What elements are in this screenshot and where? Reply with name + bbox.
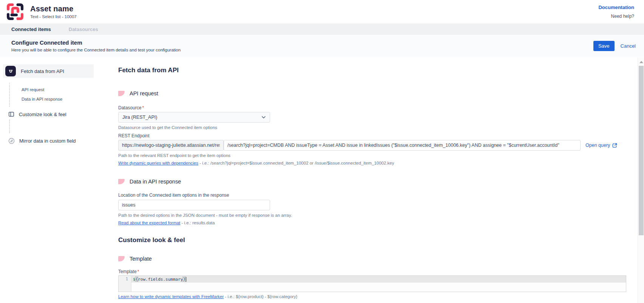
dynamic-queries-example: - i.e.: /search?jql=project=$issue.conne… bbox=[198, 161, 394, 165]
need-help-link[interactable]: Need help? bbox=[598, 14, 634, 19]
layout-icon bbox=[8, 111, 14, 117]
sidebar-item-label: Mirror data in custom field bbox=[19, 138, 76, 144]
app-header: Asset name Text - Select list - 10007 Do… bbox=[0, 0, 644, 23]
datasource-select[interactable]: Jira (REST_API) bbox=[118, 112, 270, 123]
editor-gutter: 1 bbox=[119, 276, 131, 292]
configure-title: Configure Connected item bbox=[11, 39, 181, 46]
scroll-up-arrow-icon[interactable] bbox=[639, 61, 643, 63]
endpoint-help-text: Path to the relevant REST endpoint to ge… bbox=[118, 153, 644, 158]
external-link-icon bbox=[612, 143, 617, 148]
scrollbar-thumb[interactable] bbox=[639, 66, 644, 235]
dynamic-queries-line: Write dynamic queries with dependencies … bbox=[118, 161, 644, 166]
section-title-text: Template bbox=[130, 256, 152, 262]
format-line: Read about the expected format - i.e.: r… bbox=[118, 221, 644, 226]
dynamic-queries-link[interactable]: Write dynamic queries with dependencies bbox=[118, 161, 198, 165]
section-wedge-icon bbox=[118, 91, 125, 96]
freemarker-line: Learn how to write dynamic templates wit… bbox=[118, 294, 644, 300]
endpoint-row: Open query bbox=[118, 140, 644, 151]
rest-endpoint-label: REST Endpoint bbox=[118, 133, 644, 139]
tab-datasources[interactable]: Datasources bbox=[69, 26, 98, 32]
editor-active-line: ${row.fields.summary} bbox=[131, 276, 626, 283]
title-block: Asset name Text - Select list - 10007 bbox=[30, 5, 77, 19]
app-window: Asset name Text - Select list - 10007 Do… bbox=[0, 0, 644, 303]
open-query-link[interactable]: Open query bbox=[585, 143, 617, 148]
code-token-dollar: $ bbox=[133, 277, 136, 282]
sidebar-item-data-in-api-response[interactable]: Data in API response bbox=[10, 97, 102, 101]
section-title-text: API request bbox=[130, 90, 158, 96]
documentation-link[interactable]: Documentation bbox=[598, 5, 634, 10]
endpoint-base-input[interactable] bbox=[118, 140, 224, 151]
location-help-text: Path to the desired options in the JSON … bbox=[118, 213, 644, 218]
label-text: Template bbox=[118, 269, 137, 274]
text-cursor bbox=[186, 277, 186, 282]
editor-code-area[interactable]: ${row.fields.summary} bbox=[131, 276, 626, 292]
section-wedge-icon bbox=[118, 179, 125, 184]
api-request-section-title: API request bbox=[118, 90, 644, 97]
fetch-data-heading: Fetch data from API bbox=[118, 67, 644, 75]
expected-format-link[interactable]: Read about the expected format bbox=[118, 221, 180, 225]
template-section-title: Template bbox=[118, 255, 644, 262]
configure-header: Configure Connected item Here you will b… bbox=[0, 35, 644, 57]
step-sidebar: Fetch data from API API request Data in … bbox=[0, 57, 102, 303]
tab-bar: Connected items Datasources bbox=[0, 23, 644, 35]
magnet-icon bbox=[5, 66, 16, 76]
datasource-label: Datasource* bbox=[118, 105, 644, 111]
elements-connect-logo-icon bbox=[6, 3, 24, 20]
sidebar-item-api-request[interactable]: API request bbox=[10, 87, 102, 92]
line-number: 1 bbox=[125, 277, 128, 281]
header-actions: Save Cancel bbox=[593, 41, 636, 51]
configuration-form: Fetch data from API API request Datasour… bbox=[102, 57, 644, 303]
field-context-subtitle: Text - Select list - 10007 bbox=[30, 14, 77, 19]
cancel-button[interactable]: Cancel bbox=[621, 43, 636, 49]
sidebar-subnav: API request Data in API response bbox=[9, 83, 102, 107]
header-links: Documentation Need help? bbox=[598, 5, 634, 19]
code-token-open-brace: { bbox=[136, 277, 138, 281]
datasource-help-text: Datasource used to get the Connected ite… bbox=[118, 125, 644, 131]
label-text: Datasource bbox=[118, 105, 141, 110]
chevron-down-icon bbox=[261, 116, 266, 119]
sidebar-connector-line bbox=[9, 120, 102, 133]
section-title-text: Data in API response bbox=[130, 179, 181, 185]
format-example: - i.e.: results.data bbox=[180, 221, 215, 225]
location-label: Location of the Connected item options i… bbox=[118, 193, 644, 198]
section-wedge-icon bbox=[118, 256, 125, 261]
tab-connected-items[interactable]: Connected items bbox=[11, 26, 51, 32]
page-title: Asset name bbox=[30, 5, 77, 13]
configure-header-text: Configure Connected item Here you will b… bbox=[11, 39, 181, 52]
endpoint-query-input[interactable] bbox=[224, 140, 581, 151]
configure-subtitle: Here you will be able to configure the C… bbox=[11, 48, 181, 52]
location-input[interactable] bbox=[118, 200, 270, 210]
sidebar-item-mirror-data[interactable]: Mirror data in custom field bbox=[0, 135, 102, 146]
save-button[interactable]: Save bbox=[593, 41, 615, 51]
template-code-editor[interactable]: 1 ${row.fields.summary} bbox=[118, 275, 626, 292]
mirror-icon bbox=[8, 138, 15, 144]
main-body: Fetch data from API API request Data in … bbox=[0, 57, 644, 303]
sidebar-item-fetch-data-from-api[interactable]: Fetch data from API bbox=[3, 64, 94, 78]
customize-heading: Customize look & feel bbox=[118, 236, 644, 245]
data-response-section-title: Data in API response bbox=[118, 178, 644, 185]
template-label: Template* bbox=[118, 269, 644, 275]
open-query-label: Open query bbox=[585, 143, 610, 148]
sidebar-item-label: Customize look & feel bbox=[19, 112, 66, 117]
sidebar-item-customize-look-and-feel[interactable]: Customize look & feel bbox=[0, 109, 102, 120]
required-asterisk: * bbox=[142, 105, 144, 110]
datasource-selected-value: Jira (REST_API) bbox=[122, 115, 157, 120]
vertical-scrollbar[interactable] bbox=[638, 57, 644, 303]
code-token-close-brace: } bbox=[183, 277, 185, 281]
required-asterisk: * bbox=[137, 269, 139, 274]
freemarker-example: - i.e.: ${row.product} - ${row.category} bbox=[224, 294, 297, 299]
code-token-expression: row.fields.summary bbox=[138, 277, 183, 282]
freemarker-link[interactable]: Learn how to write dynamic templates wit… bbox=[118, 294, 224, 299]
sidebar-item-label: Fetch data from API bbox=[21, 68, 64, 74]
